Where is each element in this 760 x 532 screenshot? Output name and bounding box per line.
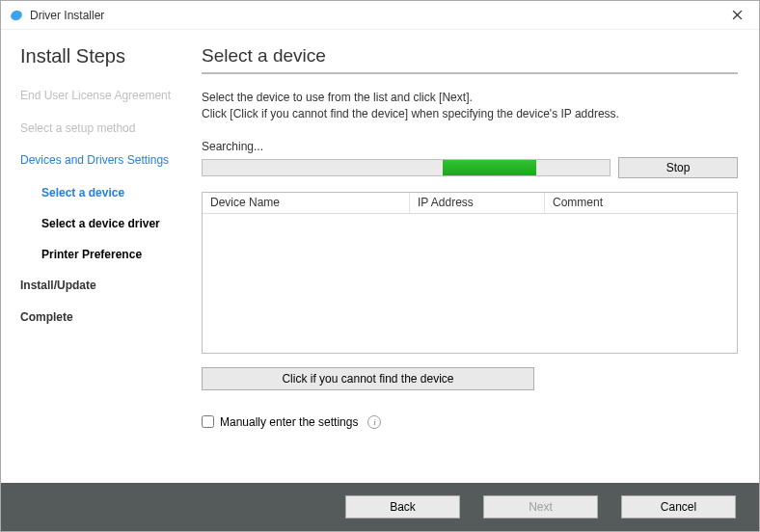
col-header-comment[interactable]: Comment [545,193,737,213]
sidebar: Install Steps End User License Agreement… [1,30,192,483]
step-eula: End User License Agreement [20,89,192,104]
col-header-ip[interactable]: IP Address [410,193,545,213]
step-install: Install/Update [20,279,192,294]
step-complete: Complete [20,310,192,326]
page-title: Select a device [202,45,738,66]
instructions: Select the device to use from the list a… [202,90,738,122]
stop-button[interactable]: Stop [618,157,738,178]
step-devices: Devices and Drivers Settings [20,153,192,169]
close-button[interactable] [716,1,759,30]
svg-point-0 [10,9,24,22]
info-icon[interactable]: i [367,415,381,429]
col-header-name[interactable]: Device Name [203,193,410,213]
app-icon [9,8,24,23]
manual-entry-label: Manually enter the settings [220,415,358,429]
sidebar-title: Install Steps [20,45,192,67]
footer: Back Next Cancel [1,483,759,531]
cannot-find-device-button[interactable]: Click if you cannot find the device [202,367,534,390]
next-button: Next [483,495,598,519]
table-header: Device Name IP Address Comment [203,193,737,214]
progress-fill [443,160,536,175]
close-icon [732,10,743,20]
main-panel: Select a device Select the device to use… [192,30,759,483]
manual-entry-checkbox[interactable] [202,415,214,428]
substep-printer-preference: Printer Preference [41,248,192,261]
device-table[interactable]: Device Name IP Address Comment [202,192,738,354]
cancel-button[interactable]: Cancel [621,495,736,519]
titlebar: Driver Installer [1,1,759,30]
instruction-line-2: Click [Click if you cannot find the devi… [202,107,619,120]
instruction-line-1: Select the device to use from the list a… [202,91,473,104]
search-status: Searching... [202,140,738,153]
window-title: Driver Installer [30,9,104,22]
substep-select-device: Select a device [41,186,192,200]
back-button[interactable]: Back [345,495,460,519]
title-rule [202,72,738,74]
progress-bar [202,159,611,176]
manual-entry-row: Manually enter the settings i [202,415,738,429]
substep-select-driver: Select a device driver [41,217,192,230]
step-method: Select a setup method [20,121,192,137]
